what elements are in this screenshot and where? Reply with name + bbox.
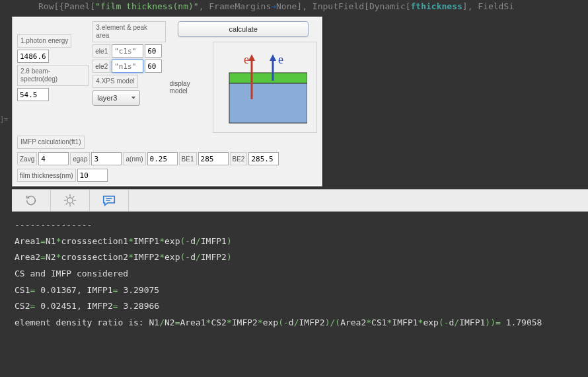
e-label-right: e <box>278 53 283 66</box>
out-line-ratio: element density ratio is: N1/N2=Area1*CS… <box>15 315 588 331</box>
out-line-area1: Area1=N1*crosssection1*IMFP1*exp(-d/IMFP… <box>15 233 588 250</box>
zavg-label: Zavg <box>17 152 37 165</box>
e-label-left: e <box>244 53 249 66</box>
out-line-csimfp: CS and IMFP considered <box>15 266 588 282</box>
out-line-area2: Area2=N2*crosssection2*IMFP2*exp(-d/IMFP… <box>15 249 588 266</box>
reload-icon-button[interactable] <box>12 190 51 211</box>
svg-line-13 <box>73 196 75 198</box>
out-line-cs2: CS2= 0.02451, IMFP2= 3.28966 <box>15 298 588 315</box>
photon-energy-input[interactable] <box>17 50 49 63</box>
photon-energy-label: 1.photon energy <box>17 34 71 48</box>
imfp-section: IMFP calculation(ft1) Zavg egap a(nm) BE… <box>17 136 317 182</box>
display-model-box: e e <box>213 42 317 133</box>
egap-input[interactable] <box>91 152 122 165</box>
ele1-name-input[interactable] <box>112 44 143 58</box>
svg-line-12 <box>73 203 75 205</box>
xps-model-popup[interactable]: layer3 <box>92 90 140 106</box>
film-thickness-label: film thickness(nm) <box>17 169 76 182</box>
ele1-area-input[interactable] <box>145 44 162 58</box>
message-icon-button[interactable] <box>90 190 129 211</box>
be2-label: BE2 <box>230 152 248 165</box>
model-diagram: e e <box>223 49 307 128</box>
svg-point-6 <box>67 198 73 203</box>
xps-model-label: 4.XPS model <box>92 75 137 88</box>
anm-input[interactable] <box>147 152 178 165</box>
element-peak-label: 3.element & peak area <box>92 21 165 42</box>
zavg-input[interactable] <box>38 152 69 165</box>
be1-input[interactable] <box>198 152 229 165</box>
ele2-name-input[interactable] <box>112 60 143 73</box>
col-element: 3.element & peak area ele1 ele2 4.XPS mo… <box>92 21 165 106</box>
message-toolbar <box>12 189 588 212</box>
col-calc: calculate display model e <box>170 21 317 133</box>
out-line-cs1: CS1= 0.01367, IMFP1= 3.29075 <box>15 282 588 299</box>
out-cell-label: ]= <box>0 116 8 123</box>
imfp-header: IMFP calculation(ft1) <box>17 136 85 149</box>
anm-label: a(nm) <box>123 152 145 165</box>
theta-label: 2.θ beam-spectro(deg) <box>17 65 89 86</box>
svg-marker-3 <box>248 54 255 61</box>
out-dashes: --------------- <box>15 217 588 233</box>
egap-label: egap <box>70 152 90 165</box>
print-output: --------------- Area1=N1*crosssection1*I… <box>0 212 588 331</box>
calculate-button[interactable]: calculate <box>178 21 309 37</box>
svg-rect-0 <box>229 73 307 83</box>
be1-label: BE1 <box>179 152 197 165</box>
svg-rect-1 <box>229 83 307 123</box>
main-panel: 1.photon energy 2.θ beam-spectro(deg) 3.… <box>12 17 322 187</box>
svg-marker-5 <box>270 54 276 61</box>
be2-input[interactable] <box>248 152 279 165</box>
film-thickness-input[interactable] <box>77 169 108 182</box>
svg-line-14 <box>66 203 68 205</box>
debug-icon-button[interactable] <box>51 190 90 211</box>
display-model-label: display model <box>170 80 209 95</box>
ele1-tag: ele1 <box>92 44 110 58</box>
ele2-area-input[interactable] <box>145 60 162 73</box>
source-code-preview: Row[{Panel["film thickness(nm)", FrameMa… <box>0 0 588 17</box>
ele2-tag: ele2 <box>92 60 110 73</box>
theta-input[interactable] <box>17 88 49 101</box>
col-photon: 1.photon energy 2.θ beam-spectro(deg) <box>17 34 89 101</box>
svg-line-11 <box>66 196 68 198</box>
